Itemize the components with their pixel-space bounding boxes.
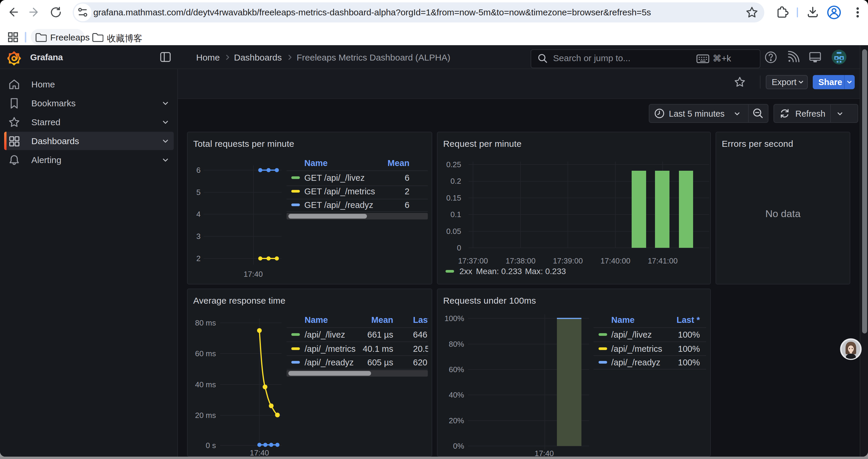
svg-text:100%: 100% — [445, 314, 464, 323]
svg-text:17:38:00: 17:38:00 — [505, 256, 535, 265]
svg-text:0.15: 0.15 — [446, 193, 461, 202]
svg-text:0.25: 0.25 — [446, 160, 461, 169]
svg-text:20 ms: 20 ms — [195, 411, 216, 420]
svg-text:40 ms: 40 ms — [195, 380, 216, 389]
svg-text:0%: 0% — [453, 441, 464, 451]
svg-text:4: 4 — [196, 210, 200, 219]
svg-text:17:37:00: 17:37:00 — [458, 256, 488, 265]
svg-text:17:40: 17:40 — [250, 448, 269, 456]
svg-text:0.2: 0.2 — [451, 177, 461, 186]
svg-text:0.1: 0.1 — [451, 210, 461, 219]
svg-text:17:40: 17:40 — [243, 270, 262, 278]
svg-text:60 ms: 60 ms — [195, 349, 216, 358]
svg-text:2xx: 2xx — [459, 267, 472, 276]
svg-text:Max: 0.233: Max: 0.233 — [525, 267, 566, 276]
svg-text:5: 5 — [196, 188, 200, 197]
svg-text:17:39:00: 17:39:00 — [553, 256, 583, 265]
svg-text:40%: 40% — [449, 391, 464, 399]
svg-text:17:40:00: 17:40:00 — [600, 256, 630, 265]
svg-text:60%: 60% — [449, 365, 464, 374]
svg-text:0.05: 0.05 — [446, 227, 461, 236]
svg-text:6: 6 — [196, 166, 200, 174]
svg-text:80 ms: 80 ms — [195, 319, 216, 327]
svg-text:0 s: 0 s — [206, 441, 216, 450]
svg-text:2: 2 — [196, 254, 200, 263]
svg-text:17:41:00: 17:41:00 — [648, 256, 677, 265]
svg-text:3: 3 — [196, 232, 200, 241]
svg-text:80%: 80% — [449, 340, 464, 349]
svg-text:Mean: 0.233: Mean: 0.233 — [476, 267, 522, 276]
svg-text:0: 0 — [457, 243, 461, 252]
svg-text:20%: 20% — [449, 416, 464, 425]
svg-text:17:40: 17:40 — [534, 449, 554, 456]
